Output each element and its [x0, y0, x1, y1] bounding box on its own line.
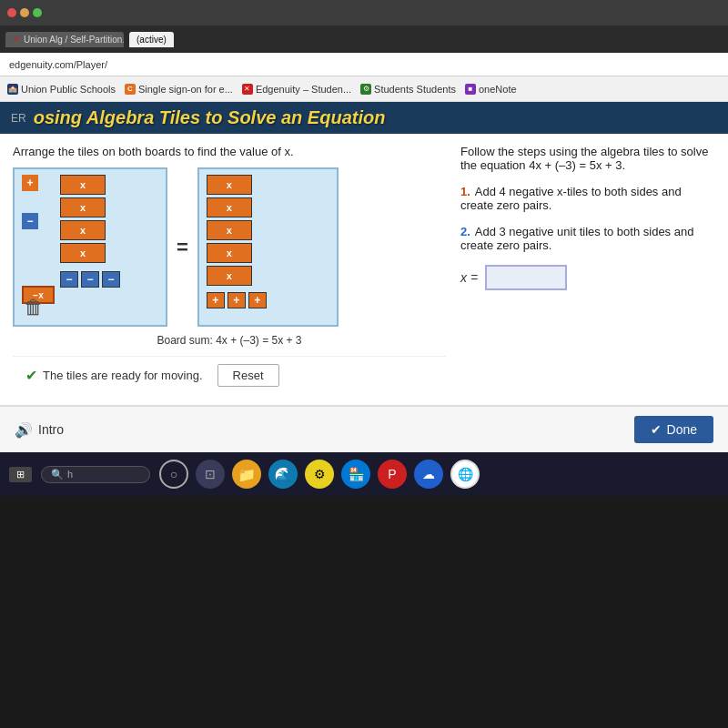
header-title: osing Algebra Tiles to Solve an Equation: [34, 107, 386, 128]
x-tile-3[interactable]: x: [60, 220, 106, 240]
right-x-tile-5[interactable]: x: [207, 266, 252, 286]
check-icon: ✔: [25, 367, 37, 384]
right-x-tile-4[interactable]: x: [207, 243, 252, 263]
left-section: Arrange the tiles on both boards to find…: [13, 145, 446, 394]
bookmark-onenote-label: oneNote: [479, 84, 517, 95]
bookmark-union[interactable]: 🏫 Union Public Schools: [7, 84, 116, 95]
tile-row-x2: x: [60, 197, 120, 217]
pos-unit-2[interactable]: +: [228, 292, 246, 308]
done-check-icon: ✔: [651, 422, 662, 437]
right-x-tile-1[interactable]: x: [207, 175, 252, 195]
step-1-text: Add 4 negative x-tiles to both sides and…: [460, 185, 682, 212]
right-tile-row-x2: x: [207, 197, 329, 217]
pos-unit-1[interactable]: +: [207, 292, 225, 308]
right-board: x x x x x + + +: [197, 167, 339, 327]
taskbar-store-btn[interactable]: 🏪: [341, 460, 370, 489]
right-x-tile-2[interactable]: x: [207, 197, 252, 217]
status-ready-text: The tiles are ready for moving.: [43, 369, 203, 382]
answer-row: x =: [460, 265, 715, 290]
taskbar-chrome-btn[interactable]: 🌐: [450, 460, 480, 489]
onenote-fav-icon: ■: [465, 84, 476, 95]
union-fav-icon: 🏫: [7, 84, 18, 95]
right-tile-row-x3: x: [207, 220, 329, 240]
tab-1[interactable]: ✕ Union Alg / Self-Partition...: [5, 32, 124, 47]
right-x-tile-3[interactable]: x: [207, 220, 252, 240]
browser-chrome: [0, 0, 728, 25]
header-prefix: ER: [11, 112, 26, 125]
taskbar-search-text: h: [67, 469, 73, 480]
bookmark-edgenuity-label: Edgenuity – Studen...: [256, 84, 351, 95]
taskbar-red-btn[interactable]: P: [378, 460, 407, 489]
done-label: Done: [667, 422, 697, 437]
left-board: + − −x x x: [13, 167, 167, 327]
taskbar-search[interactable]: 🔍 h: [41, 466, 150, 483]
step-1: 1. Add 4 negative x-tiles to both sides …: [460, 185, 715, 212]
answer-label: x =: [460, 270, 478, 285]
neg-unit-3[interactable]: −: [102, 271, 120, 288]
bottom-bar: 🔊 Intro ✔ Done: [0, 405, 728, 452]
address-text: edgenuity.com/Player/: [9, 59, 107, 70]
intro-label: Intro: [38, 422, 64, 437]
tile-row-x1: x: [60, 175, 120, 195]
bookmark-students-label: Students Students: [374, 84, 456, 95]
pos-unit-3[interactable]: +: [248, 292, 267, 308]
trash-container: 🗑: [24, 290, 44, 319]
taskbar-icons: ○ ⊡ 📁 🌊 ⚙ 🏪 P ☁ 🌐: [159, 460, 480, 489]
x-tile-1[interactable]: x: [60, 175, 106, 195]
taskbar: ⊞ 🔍 h ○ ⊡ 📁 🌊 ⚙ 🏪 P ☁ 🌐: [0, 452, 728, 496]
tab-2-active[interactable]: (active): [129, 32, 174, 47]
right-tile-row-x5: x: [207, 266, 329, 286]
right-section: Follow the steps using the algebra tiles…: [460, 145, 715, 394]
bookmark-sso[interactable]: C Single sign-on for e...: [125, 84, 233, 95]
sso-fav-icon: C: [125, 84, 136, 95]
students-fav-icon: ⚙: [360, 84, 371, 95]
content-area: Arrange the tiles on both boards to find…: [0, 134, 728, 405]
step-2-text: Add 3 negative unit tiles to both sides …: [460, 225, 693, 252]
taskbar-multitask-btn[interactable]: ⊡: [196, 460, 225, 489]
x-tile-4[interactable]: x: [60, 243, 106, 263]
board-sum-text: Board sum: 4x + (–3) = 5x + 3: [13, 334, 446, 347]
taskbar-windows-btn[interactable]: ⊞: [9, 467, 32, 482]
tile-row-x3: x: [60, 220, 120, 240]
header-banner: ER osing Algebra Tiles to Solve an Equat…: [0, 102, 728, 134]
right-tile-row-x1: x: [207, 175, 329, 195]
bookmark-union-label: Union Public Schools: [21, 84, 116, 95]
answer-input[interactable]: [485, 265, 567, 290]
bookmark-sso-label: Single sign-on for e...: [138, 84, 233, 95]
bookmark-students[interactable]: ⚙ Students Students: [360, 84, 456, 95]
step-2: 2. Add 3 negative unit tiles to both sid…: [460, 225, 715, 252]
bookmark-edgenuity[interactable]: ✕ Edgenuity – Studen...: [242, 84, 351, 95]
left-board-tiles: x x x x − − −: [60, 175, 120, 288]
step-1-number: 1.: [460, 185, 470, 198]
boards-container: + − −x x x: [13, 167, 446, 327]
taskbar-blue-btn[interactable]: ☁: [414, 460, 443, 489]
reset-button[interactable]: Reset: [217, 364, 279, 387]
taskbar-circle-btn[interactable]: ○: [159, 460, 188, 489]
bookmark-onenote[interactable]: ■ oneNote: [465, 84, 517, 95]
taskbar-folder-btn[interactable]: 📁: [232, 460, 261, 489]
neg-unit-1[interactable]: −: [60, 271, 78, 288]
intro-button[interactable]: 🔊 Intro: [15, 421, 64, 439]
right-tile-row-pos-units: + + +: [207, 292, 329, 308]
tile-row-x4: x: [60, 243, 120, 263]
trash-icon[interactable]: 🗑: [24, 296, 44, 319]
done-button[interactable]: ✔ Done: [634, 416, 713, 443]
equals-sign: =: [177, 236, 188, 259]
speaker-icon: 🔊: [15, 421, 33, 439]
right-tile-row-x4: x: [207, 243, 329, 263]
tile-row-neg-units: − − −: [60, 271, 120, 288]
status-ready: ✔ The tiles are ready for moving.: [25, 367, 203, 384]
taskbar-edge-btn[interactable]: 🌊: [268, 460, 298, 489]
instruction-text: Arrange the tiles on both boards to find…: [13, 145, 446, 158]
plus-label: +: [22, 175, 38, 191]
x-tile-2[interactable]: x: [60, 197, 106, 217]
neg-unit-2[interactable]: −: [81, 271, 99, 288]
taskbar-yellow-btn[interactable]: ⚙: [305, 460, 334, 489]
edgenuity-fav-icon: ✕: [242, 84, 253, 95]
address-bar[interactable]: edgenuity.com/Player/: [0, 53, 728, 76]
status-bar: ✔ The tiles are ready for moving. Reset: [13, 356, 446, 394]
taskbar-search-icon: 🔍: [51, 469, 64, 480]
follow-text: Follow the steps using the algebra tiles…: [460, 145, 715, 172]
side-indicator: + − −x: [22, 175, 55, 304]
tab-bar: ✕ Union Alg / Self-Partition... (active): [0, 25, 728, 53]
